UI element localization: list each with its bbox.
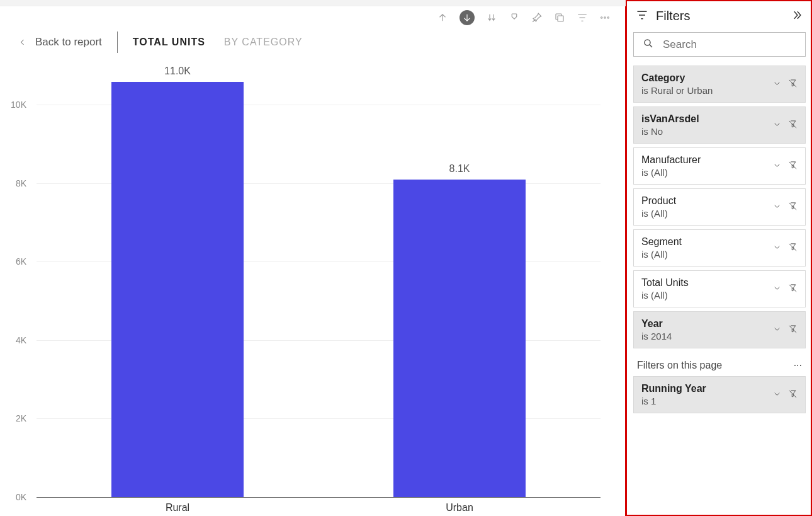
y-axis: 0K2K4K6K8K10K [0, 66, 31, 497]
more-icon[interactable] [599, 12, 611, 23]
y-tick-label: 8K [16, 178, 26, 188]
filter-card[interactable]: Running Yearis 1 [633, 376, 806, 413]
filters-search[interactable] [633, 32, 806, 57]
filter-name: Segment [641, 236, 682, 248]
filter-value: is (All) [641, 249, 682, 260]
clear-filter-icon[interactable] [788, 79, 798, 90]
search-icon [643, 38, 654, 51]
filter-value: is Rural or Urban [641, 85, 713, 96]
collapse-pane-icon[interactable] [791, 9, 803, 23]
clear-filter-icon[interactable] [788, 243, 798, 254]
page-filter-list: Running Yearis 1 [633, 376, 806, 413]
filter-name: Category [641, 72, 713, 84]
copy-icon[interactable] [554, 12, 565, 23]
clear-filter-icon[interactable] [788, 284, 798, 295]
visual-filter-list: Categoryis Rural or UrbanisVanArsdelis N… [633, 66, 806, 348]
y-tick-label: 10K [11, 100, 26, 110]
y-tick-label: 2K [16, 413, 26, 423]
tab-total-units[interactable]: TOTAL UNITS [133, 37, 205, 48]
clear-filter-icon[interactable] [788, 389, 798, 401]
chart-area: 0K2K4K6K8K10K 11.0KRural8.1KUrban [0, 66, 626, 516]
grid-line [37, 497, 601, 498]
chevron-down-icon[interactable] [772, 120, 782, 131]
filter-value: is 1 [641, 396, 706, 406]
filter-name: isVanArsdel [641, 113, 699, 125]
filter-value: is 2014 [641, 331, 672, 341]
clear-filter-icon[interactable] [788, 324, 798, 336]
pin-icon[interactable] [531, 12, 543, 23]
filter-card[interactable]: isVanArsdelis No [633, 106, 806, 144]
filter-name: Manufacturer [641, 154, 701, 166]
filter-name: Year [641, 318, 672, 330]
filter-name: Product [641, 195, 676, 207]
svg-point-1 [601, 17, 602, 18]
filter-card[interactable]: Yearis 2014 [633, 311, 806, 348]
page-filters-header: Filters on this page ··· [633, 348, 806, 376]
filters-pane: Filters Categoryis Rural or UrbanisVanAr… [626, 0, 812, 516]
filter-value: is (All) [641, 208, 676, 219]
filter-value: is (All) [641, 290, 689, 301]
y-tick-label: 6K [16, 256, 26, 267]
chevron-down-icon[interactable] [772, 284, 782, 295]
chevron-down-icon[interactable] [772, 161, 782, 172]
filter-value: is (All) [641, 167, 701, 178]
chevron-down-icon[interactable] [772, 324, 782, 336]
filter-card[interactable]: Segmentis (All) [633, 229, 806, 267]
filter-card[interactable]: Total Unitsis (All) [633, 270, 806, 307]
chevron-down-icon[interactable] [772, 389, 782, 401]
filter-card[interactable]: Categoryis Rural or Urban [633, 66, 806, 103]
bar-value-label: 11.0K [164, 66, 191, 77]
drill-tabs: TOTAL UNITS BY CATEGORY [133, 37, 303, 48]
filters-title: Filters [656, 9, 690, 23]
filter-card[interactable]: Manufactureris (All) [633, 147, 806, 185]
bars-container: 11.0KRural8.1KUrban [37, 66, 601, 497]
search-input[interactable] [663, 38, 796, 51]
svg-rect-0 [558, 16, 563, 21]
svg-point-2 [604, 17, 606, 18]
bar[interactable] [111, 82, 244, 497]
report-header: Back to report TOTAL UNITS BY CATEGORY [0, 25, 626, 66]
filter-name: Total Units [641, 277, 689, 289]
x-category-label: Rural [166, 502, 189, 513]
drill-down-icon[interactable] [460, 10, 475, 25]
filter-name: Running Year [641, 383, 706, 394]
chevron-down-icon[interactable] [772, 202, 782, 213]
clear-filter-icon[interactable] [788, 161, 798, 172]
clear-filter-icon[interactable] [788, 202, 798, 213]
app-ribbon [0, 0, 626, 6]
svg-point-3 [607, 17, 609, 18]
filter-value: is No [641, 126, 699, 137]
back-to-report-button[interactable]: Back to report [19, 36, 102, 49]
chevron-down-icon[interactable] [772, 243, 782, 254]
y-tick-label: 0K [16, 492, 26, 502]
y-tick-label: 4K [16, 335, 26, 345]
filter-card[interactable]: Productis (All) [633, 188, 806, 226]
clear-filter-icon[interactable] [788, 120, 798, 131]
expand-all-icon[interactable] [509, 12, 520, 23]
filters-header-icon [636, 9, 648, 23]
filter-icon[interactable] [577, 12, 588, 23]
divider [117, 32, 118, 53]
filters-header: Filters [633, 5, 806, 32]
chevron-down-icon[interactable] [772, 79, 782, 90]
main-area: Back to report TOTAL UNITS BY CATEGORY 0… [0, 0, 626, 516]
page-filters-more-icon[interactable]: ··· [794, 360, 802, 371]
bar[interactable] [393, 180, 526, 497]
back-label: Back to report [35, 36, 102, 49]
bar-slot: 11.0KRural [37, 66, 319, 497]
bar-value-label: 8.1K [449, 163, 470, 175]
x-category-label: Urban [446, 502, 473, 513]
tab-by-category[interactable]: BY CATEGORY [224, 37, 303, 48]
visual-toolbar [0, 6, 626, 25]
drill-up-icon[interactable] [437, 12, 448, 23]
svg-point-4 [645, 40, 650, 45]
next-level-icon[interactable] [486, 12, 497, 23]
bar-slot: 8.1KUrban [319, 66, 601, 497]
page-filters-label: Filters on this page [637, 360, 722, 371]
